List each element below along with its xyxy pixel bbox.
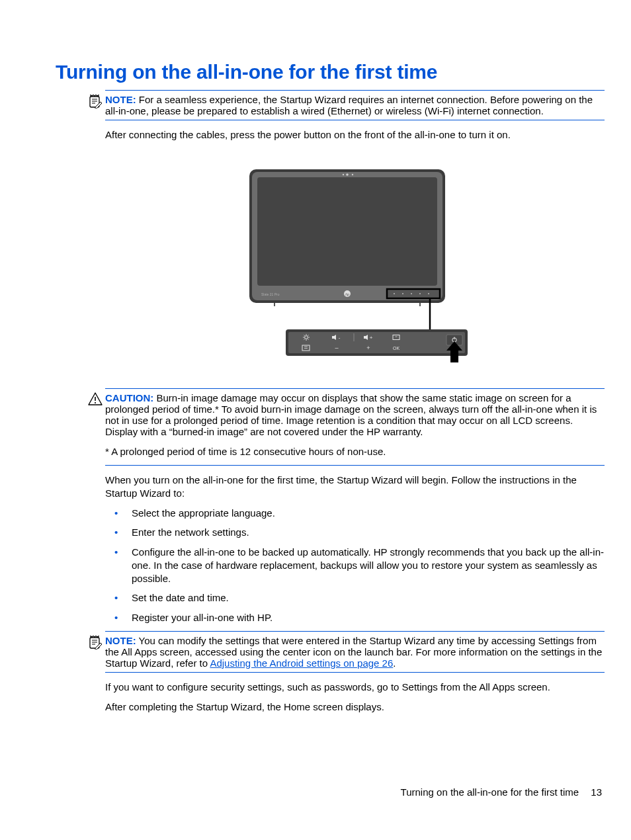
svg-text:OK: OK [392, 346, 399, 351]
caution-icon [88, 392, 103, 407]
svg-point-15 [402, 293, 403, 294]
caution-label: CAUTION: [105, 392, 153, 403]
svg-point-16 [411, 293, 412, 294]
list-item: Select the appropriate language. [105, 507, 605, 520]
paragraph: When you turn on the all-in-one for the … [105, 474, 605, 501]
svg-point-8 [346, 173, 349, 176]
note-label: NOTE: [105, 94, 136, 105]
svg-text:hp: hp [345, 292, 349, 296]
note-text: For a seamless experience, the Startup W… [105, 94, 593, 116]
svg-rect-6 [257, 177, 437, 286]
svg-point-14 [394, 293, 395, 294]
footer-text: Turning on the all-in-one for the first … [401, 786, 579, 798]
list-item: Set the date and time. [105, 591, 605, 605]
list-item: Configure the all-in-one to be backed up… [105, 546, 605, 586]
cross-reference-link[interactable]: Adjusting the Android settings on page 2… [210, 657, 393, 669]
note-icon [88, 635, 103, 650]
note-callout: NOTE: You can modify the settings that w… [105, 631, 605, 673]
list-item: Register your all-in-one with HP. [105, 611, 605, 624]
page-title: Turning on the all-in-one for the first … [56, 61, 605, 83]
svg-text:–: – [335, 345, 338, 351]
svg-text:+: + [369, 335, 372, 341]
caution-footnote: * A prolonged period of time is 12 conse… [105, 445, 605, 458]
paragraph: After connecting the cables, press the p… [105, 128, 605, 142]
svg-text:-: - [338, 335, 340, 341]
paragraph: If you want to configure security settin… [105, 681, 605, 694]
svg-point-18 [428, 293, 429, 294]
note-callout: NOTE: For a seamless experience, the Sta… [105, 90, 605, 120]
svg-point-17 [419, 293, 421, 294]
svg-rect-23 [288, 332, 465, 353]
caution-callout: CAUTION: Burn-in image damage may occur … [105, 388, 605, 465]
svg-point-51 [95, 402, 96, 403]
list-item: Enter the network settings. [105, 526, 605, 539]
page-footer: Turning on the all-in-one for the first … [401, 786, 602, 798]
svg-point-7 [342, 174, 343, 175]
wizard-steps-list: Select the appropriate language. Enter t… [105, 507, 605, 624]
page-number: 13 [591, 786, 602, 798]
note-text-post: . [393, 657, 396, 669]
svg-text:Slate 21 Pro: Slate 21 Pro [261, 292, 280, 296]
product-illustration: Slate 21 Pro hp [243, 168, 468, 368]
svg-point-9 [351, 174, 353, 175]
paragraph: After completing the Startup Wizard, the… [105, 700, 605, 714]
note-label: NOTE: [105, 635, 136, 646]
note-icon [88, 94, 103, 108]
svg-text:+: + [366, 345, 370, 351]
caution-text: Burn-in image damage may occur on displa… [105, 392, 597, 437]
